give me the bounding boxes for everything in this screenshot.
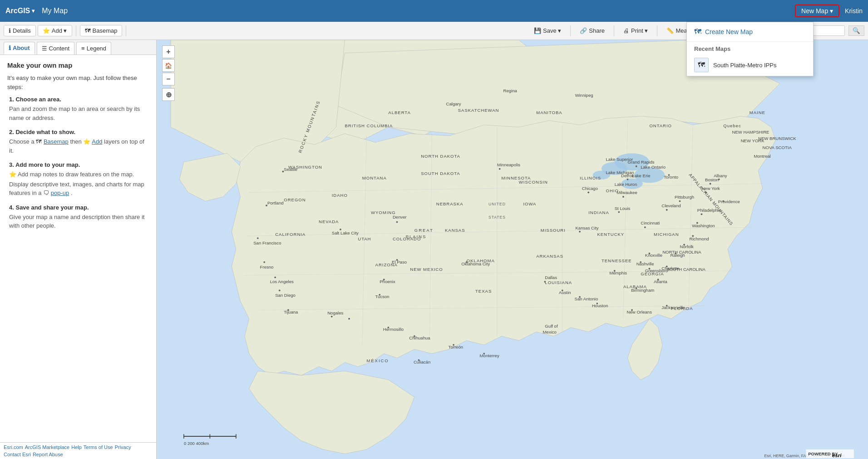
svg-text:Pittsburgh: Pittsburgh <box>675 195 694 200</box>
popup-link[interactable]: pop-up <box>51 190 69 196</box>
sidebar-collapse-button[interactable]: ◀ <box>156 240 157 259</box>
svg-text:PLAINS: PLAINS <box>406 234 427 239</box>
svg-text:Nogales: Nogales <box>327 310 343 315</box>
svg-point-63 <box>263 261 265 263</box>
footer-help[interactable]: Help <box>71 444 82 450</box>
svg-text:NEVADA: NEVADA <box>319 219 339 224</box>
basemap-link-icon: 🗺 <box>36 138 42 145</box>
svg-text:Richmond: Richmond <box>690 236 709 241</box>
details-label: Details <box>13 27 31 34</box>
tab-legend[interactable]: ≡ Legend <box>76 42 111 55</box>
gps-button[interactable]: ⊕ <box>162 88 175 101</box>
step-3-desc1: ⭐ Add map notes to draw features on the … <box>9 170 149 179</box>
svg-text:Jacksonville: Jacksonville <box>661 305 685 310</box>
svg-text:MONTANA: MONTANA <box>362 175 387 180</box>
svg-text:San Antonio: San Antonio <box>575 296 598 301</box>
footer-esricom[interactable]: Esri.com <box>4 444 23 450</box>
measure-icon: 📏 <box>666 27 674 34</box>
step-3: 3. Add more to your map. ⭐ Add map notes… <box>9 161 149 198</box>
svg-point-71 <box>396 221 398 223</box>
zoom-in-button[interactable]: + <box>162 45 175 58</box>
footer-report[interactable]: Report Abuse <box>33 452 63 457</box>
recent-map-item[interactable]: 🗺 South Platte-Metro IPPs <box>687 54 813 76</box>
zoom-out-button[interactable]: − <box>162 73 175 85</box>
svg-text:Los Angeles: Los Angeles <box>270 279 294 284</box>
svg-text:Austin: Austin <box>559 290 571 295</box>
svg-text:Lake Erie: Lake Erie <box>632 173 650 178</box>
svg-text:Lake Ontario: Lake Ontario <box>641 165 666 170</box>
about-icon: ℹ <box>9 45 11 51</box>
sidebar-about-content: Make your own map It's easy to make your… <box>0 55 156 459</box>
svg-text:OREGON: OREGON <box>284 197 306 202</box>
svg-text:UNITED: UNITED <box>488 202 506 206</box>
map-background: UNITED STATES Calgary Regina Winnipeg WA… <box>157 40 868 459</box>
legend-icon: ≡ <box>81 45 85 52</box>
separator-3 <box>570 25 571 36</box>
svg-point-65 <box>274 276 276 278</box>
svg-text:INDIANA: INDIANA <box>588 210 609 215</box>
share-label: Share <box>589 27 605 34</box>
share-button[interactable]: 🔗 Share <box>576 25 608 36</box>
add-label: Add ▾ <box>52 27 67 34</box>
svg-text:KANSAS: KANSAS <box>445 228 465 233</box>
tab-about[interactable]: ℹ About <box>4 42 35 55</box>
svg-point-91 <box>679 200 681 202</box>
basemap-link[interactable]: Basemap <box>44 138 69 145</box>
tab-content[interactable]: ☰ Content <box>37 42 75 55</box>
basemap-icon: 🗺 <box>85 27 91 34</box>
svg-text:Tijuana: Tijuana <box>284 309 298 314</box>
step-1-title: 1. Choose an area. <box>9 96 149 103</box>
sidebar-tabs: ℹ About ☰ Content ≡ Legend <box>0 40 156 55</box>
svg-text:Monterrey: Monterrey <box>480 353 499 358</box>
step-3-title: 3. Add more to your map. <box>9 161 149 168</box>
svg-text:Raleigh: Raleigh <box>670 253 685 258</box>
footer-terms[interactable]: Terms of Use <box>84 444 113 450</box>
svg-text:Torreón: Torreón <box>449 344 463 349</box>
arcgis-logo[interactable]: ArcGIS ▾ <box>5 7 35 15</box>
svg-text:0   200   400km: 0 200 400km <box>184 441 209 446</box>
new-map-button[interactable]: New Map ▾ <box>795 5 839 17</box>
about-label: About <box>13 45 30 51</box>
svg-text:Portland: Portland <box>267 200 284 205</box>
details-button[interactable]: ℹ Details <box>4 25 36 36</box>
svg-text:Milwaukee: Milwaukee <box>617 190 637 195</box>
svg-text:CALIFORNIA: CALIFORNIA <box>275 232 306 237</box>
separator-5 <box>657 25 657 36</box>
svg-text:Toronto: Toronto <box>664 175 678 180</box>
add-link[interactable]: Add <box>92 138 102 145</box>
svg-text:IDAHO: IDAHO <box>332 193 348 198</box>
arcgis-name: ArcGIS <box>5 7 30 15</box>
arcgis-dropdown-icon[interactable]: ▾ <box>32 8 35 14</box>
create-new-map-label: Create New Map <box>705 28 753 35</box>
svg-text:Salt Lake City: Salt Lake City <box>332 230 359 235</box>
map-notes-icon: ⭐ <box>9 171 16 178</box>
basemap-button[interactable]: 🗺 Basemap <box>80 25 123 36</box>
svg-text:Kansas City: Kansas City <box>575 225 598 230</box>
svg-text:Minneapolis: Minneapolis <box>497 162 520 167</box>
svg-text:Fresno: Fresno <box>260 264 274 269</box>
svg-text:Washington: Washington <box>692 223 715 228</box>
svg-text:Regina: Regina <box>503 88 518 93</box>
svg-text:Greensboro: Greensboro <box>645 268 668 273</box>
print-button[interactable]: 🖨 Print ▾ <box>620 25 651 36</box>
separator-4 <box>614 25 614 36</box>
content-label: Content <box>49 45 70 52</box>
find-search-button[interactable]: 🔍 <box>848 25 864 36</box>
create-new-map-option[interactable]: 🗺 Create New Map <box>687 22 813 42</box>
print-label: Print ▾ <box>631 27 648 34</box>
map-area[interactable]: UNITED STATES Calgary Regina Winnipeg WA… <box>157 40 868 459</box>
svg-text:Denver: Denver <box>393 215 407 220</box>
svg-text:Culiacán: Culiacán <box>414 359 430 364</box>
footer-contact[interactable]: Contact Esri <box>4 452 31 457</box>
home-button[interactable]: 🏠 <box>162 59 175 72</box>
svg-text:ILLINOIS: ILLINOIS <box>580 175 601 180</box>
footer-privacy[interactable]: Privacy <box>115 444 131 450</box>
svg-text:Dallas: Dallas <box>545 275 557 280</box>
svg-text:STATES: STATES <box>488 215 506 220</box>
footer-marketplace[interactable]: ArcGIS Marketplace <box>25 444 69 450</box>
step-4-title: 4. Save and share your map. <box>9 204 149 211</box>
user-name[interactable]: Kristin <box>845 7 863 15</box>
svg-text:Providence: Providence <box>718 199 740 204</box>
add-button[interactable]: ⭐ Add ▾ <box>38 25 72 36</box>
save-button[interactable]: 💾 Save ▾ <box>530 25 565 36</box>
